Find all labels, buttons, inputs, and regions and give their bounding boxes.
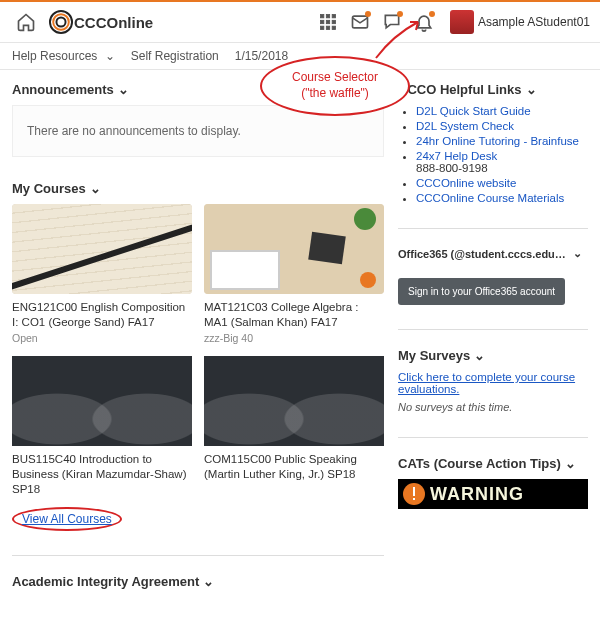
chevron-down-icon: ⌄ — [474, 348, 485, 363]
chevron-down-icon: ⌄ — [105, 49, 115, 63]
course-card[interactable]: MAT121C03 College Algebra : MA1 (Salman … — [204, 204, 384, 344]
view-all-courses-link[interactable]: View All Courses — [12, 507, 122, 531]
user-menu[interactable]: Asample AStudent01 — [478, 15, 590, 29]
svg-rect-14 — [413, 487, 415, 496]
academic-integrity-widget: Academic Integrity Agreement⌄ — [12, 574, 384, 589]
help-link[interactable]: CCCOnline website — [416, 177, 516, 189]
office365-widget: Office365 (@student.cccs.edu… ⌄ Sign in … — [398, 247, 588, 305]
home-icon[interactable] — [12, 8, 40, 36]
my-surveys-header[interactable]: My Surveys⌄ — [398, 348, 588, 363]
svg-rect-11 — [332, 26, 335, 29]
help-link[interactable]: D2L Quick Start Guide — [416, 105, 531, 117]
chevron-down-icon: ⌄ — [203, 574, 214, 589]
help-link[interactable]: 24hr Online Tutoring - Brainfuse — [416, 135, 579, 147]
help-link[interactable]: 24x7 Help Desk — [416, 150, 497, 162]
office365-header[interactable]: Office365 (@student.cccs.edu… ⌄ — [398, 247, 588, 260]
my-courses-widget: My Courses⌄ ENG121C00 English Compositio… — [12, 181, 384, 531]
course-thumb: Course StartsJan 22, 2018 at 12:00 AM — [12, 356, 192, 446]
course-card[interactable]: Course StartsJan 22, 2018 at 12:01 AM CO… — [204, 356, 384, 497]
svg-rect-6 — [320, 20, 323, 23]
svg-rect-9 — [320, 26, 323, 29]
warning-icon — [402, 482, 426, 506]
help-phone: 888-800-9198 — [416, 162, 488, 174]
office365-signin-button[interactable]: Sign in to your Office365 account — [398, 278, 565, 305]
svg-rect-7 — [326, 20, 329, 23]
svg-rect-15 — [413, 498, 415, 500]
survey-evaluations-link[interactable]: Click here to complete your course evalu… — [398, 371, 588, 395]
svg-rect-5 — [332, 15, 335, 18]
my-surveys-widget: My Surveys⌄ Click here to complete your … — [398, 348, 588, 413]
help-link[interactable]: CCCOnline Course Materials — [416, 192, 564, 204]
cats-header[interactable]: CATs (Course Action Tips)⌄ — [398, 456, 588, 471]
chevron-down-icon: ⌄ — [90, 181, 101, 196]
svg-rect-10 — [326, 26, 329, 29]
brand-text: CCCOnline — [74, 14, 153, 31]
course-title: COM115C00 Public Speaking (Martin Luther… — [204, 452, 384, 482]
surveys-empty: No surveys at this time. — [398, 401, 588, 413]
brand-logo-icon — [48, 9, 74, 35]
my-courses-header[interactable]: My Courses⌄ — [12, 181, 384, 196]
svg-rect-4 — [326, 15, 329, 18]
help-link[interactable]: D2L System Check — [416, 120, 514, 132]
helpful-links-header[interactable]: CCCO Helpful Links⌄ — [398, 82, 588, 97]
chevron-down-icon: ⌄ — [118, 82, 129, 97]
svg-rect-3 — [320, 15, 323, 18]
course-title: MAT121C03 College Algebra : MA1 (Salman … — [204, 300, 384, 330]
course-thumb — [12, 204, 192, 294]
cats-widget: CATs (Course Action Tips)⌄ WARNING — [398, 456, 588, 509]
course-sub: zzz-Big 40 — [204, 332, 384, 344]
course-card[interactable]: Course StartsJan 22, 2018 at 12:00 AM BU… — [12, 356, 192, 497]
helpful-links-widget: CCCO Helpful Links⌄ D2L Quick Start Guid… — [398, 82, 588, 204]
annotation-callout: Course Selector ("the waffle") — [260, 56, 410, 116]
academic-integrity-header[interactable]: Academic Integrity Agreement⌄ — [12, 574, 384, 589]
warning-banner: WARNING — [398, 479, 588, 509]
brand[interactable]: CCCOnline — [48, 9, 153, 35]
self-registration-link[interactable]: Self Registration — [131, 49, 219, 63]
chevron-down-icon: ⌄ — [565, 456, 576, 471]
course-card[interactable]: ENG121C00 English Composition I: CO1 (Ge… — [12, 204, 192, 344]
course-thumb — [204, 204, 384, 294]
help-resources-menu[interactable]: Help Resources ⌄ — [12, 49, 115, 63]
callout-arrow-icon — [368, 20, 428, 62]
course-selector-waffle-icon[interactable] — [314, 8, 342, 36]
course-title: ENG121C00 English Composition I: CO1 (Ge… — [12, 300, 192, 330]
svg-rect-8 — [332, 20, 335, 23]
svg-point-2 — [56, 17, 65, 26]
avatar[interactable] — [450, 10, 474, 34]
course-thumb: Course StartsJan 22, 2018 at 12:01 AM — [204, 356, 384, 446]
chevron-down-icon: ⌄ — [526, 82, 537, 97]
chevron-down-icon: ⌄ — [573, 247, 582, 260]
course-title: BUS115C40 Introduction to Business (Kira… — [12, 452, 192, 497]
course-sub: Open — [12, 332, 192, 344]
